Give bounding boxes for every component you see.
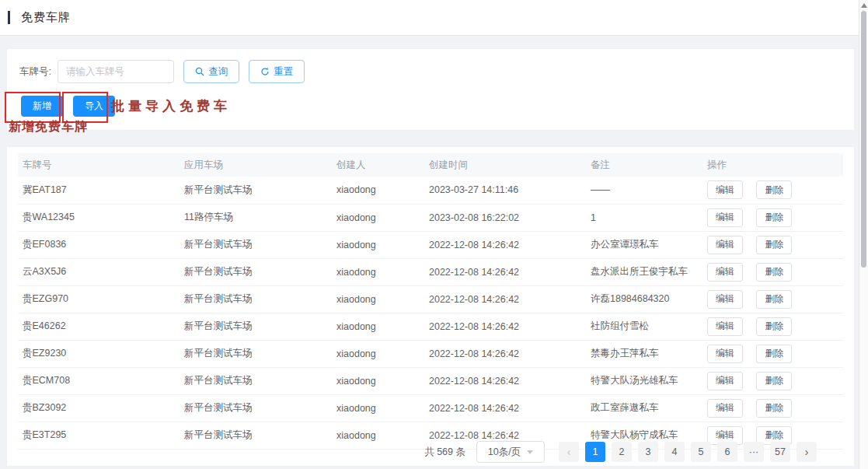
- cell-creator: xiaodong: [333, 231, 426, 258]
- edit-button[interactable]: 编辑: [707, 236, 743, 254]
- cell-created: 2022-12-08 14:26:42: [426, 313, 587, 340]
- table-header-row: 车牌号 应用车场 创建人 创建时间 备注 操作: [18, 153, 843, 177]
- cell-creator: xiaodong: [333, 177, 426, 204]
- table-row: 贵EZ9230 新平台测试车场 xiaodong 2022-12-08 14:2…: [18, 340, 843, 367]
- edit-button[interactable]: 编辑: [707, 290, 743, 309]
- cell-plate: 贵BZ3092: [18, 394, 181, 422]
- cell-created: 2022-12-08 14:26:42: [426, 394, 587, 422]
- vertical-scrollbar[interactable]: [859, 0, 868, 469]
- cell-actions: 编辑 删除: [704, 340, 843, 367]
- cell-created: 2022-12-08 14:26:42: [426, 285, 587, 313]
- edit-button[interactable]: 编辑: [707, 399, 743, 418]
- prev-page-button[interactable]: ‹: [559, 442, 579, 462]
- page-size-value: 10条/页: [488, 446, 521, 459]
- cell-remark: 特警大队汤光雄私车: [587, 367, 704, 394]
- delete-button[interactable]: 删除: [756, 180, 792, 199]
- scrollbar-thumb[interactable]: [861, 11, 866, 268]
- search-panel: 车牌号: 查询 重置 新增 导入 批量导入免费车 新增免费车牌: [6, 48, 855, 131]
- import-button[interactable]: 导入: [73, 96, 115, 117]
- cell-created: 2023-03-27 14:11:46: [426, 177, 587, 204]
- reset-button-label: 重置: [274, 65, 293, 79]
- column-header-remark: 备注: [587, 153, 704, 177]
- plate-number-label: 车牌号:: [19, 65, 51, 79]
- cell-created: 2022-12-08 14:26:42: [426, 367, 587, 394]
- edit-button[interactable]: 编辑: [707, 345, 743, 363]
- page-size-select[interactable]: 10条/页: [476, 441, 545, 463]
- cell-plate: 贵ECM708: [18, 367, 181, 394]
- cell-creator: xiaodong: [333, 258, 426, 285]
- cell-plate: 贵E46262: [18, 313, 181, 340]
- page-button-57[interactable]: 57: [770, 442, 790, 462]
- pagination: 共 569 条 10条/页 ‹ 123456···57 ›: [424, 441, 820, 463]
- cell-actions: 编辑 删除: [704, 313, 843, 340]
- add-button[interactable]: 新增: [21, 96, 63, 117]
- page-button-5[interactable]: 5: [691, 442, 711, 462]
- page-button-6[interactable]: 6: [717, 442, 737, 462]
- edit-button[interactable]: 编辑: [707, 208, 743, 227]
- cell-creator: xiaodong: [333, 285, 426, 313]
- delete-button[interactable]: 删除: [756, 317, 792, 336]
- cell-creator: xiaodong: [333, 422, 426, 449]
- delete-button[interactable]: 删除: [756, 399, 792, 418]
- cell-creator: xiaodong: [333, 340, 426, 367]
- page-button-2[interactable]: 2: [612, 442, 632, 462]
- cell-plate: 贵E3T295: [18, 422, 181, 449]
- edit-button[interactable]: 编辑: [707, 263, 743, 282]
- cell-creator: xiaodong: [333, 394, 426, 422]
- page-button-3[interactable]: 3: [638, 442, 658, 462]
- table-row: 贵E46262 新平台测试车场 xiaodong 2022-12-08 14:2…: [18, 313, 843, 340]
- table-row: 冀EAT187 新平台测试车场 xiaodong 2023-03-27 14:1…: [18, 177, 843, 204]
- cell-lot: 新平台测试车场: [181, 422, 333, 449]
- table-row: 贵WA12345 11路停车场 xiaodong 2023-02-08 16:2…: [18, 204, 843, 231]
- page-button-1[interactable]: 1: [585, 442, 605, 462]
- cell-remark: ——: [587, 177, 704, 204]
- cell-actions: 编辑 删除: [704, 367, 843, 394]
- cell-lot: 新平台测试车场: [181, 258, 333, 285]
- page-title: 免费车牌: [21, 10, 71, 25]
- column-header-creator: 创建人: [333, 153, 426, 177]
- delete-button[interactable]: 删除: [756, 208, 792, 227]
- delete-button[interactable]: 删除: [756, 372, 792, 390]
- page-ellipsis[interactable]: ···: [744, 442, 764, 462]
- cell-creator: xiaodong: [333, 367, 426, 394]
- scroll-up-arrow-icon[interactable]: [861, 3, 867, 8]
- total-count: 共 569 条: [424, 446, 465, 459]
- cell-remark: 政工室薛遨私车: [587, 394, 704, 422]
- cell-plate: 云A3X5J6: [18, 258, 181, 285]
- cell-actions: 编辑 删除: [704, 258, 843, 285]
- cell-plate: 贵EF0836: [18, 231, 181, 258]
- plates-table: 车牌号 应用车场 创建人 创建时间 备注 操作 冀EAT187 新平台测试车场 …: [18, 153, 843, 450]
- next-page-button[interactable]: ›: [797, 442, 817, 462]
- table-row: 贵BZ3092 新平台测试车场 xiaodong 2022-12-08 14:2…: [18, 394, 843, 422]
- page-list: 123456···57: [582, 442, 793, 462]
- table-panel: 车牌号 应用车场 创建人 创建时间 备注 操作 冀EAT187 新平台测试车场 …: [6, 146, 855, 467]
- table-row: 贵ECM708 新平台测试车场 xiaodong 2022-12-08 14:2…: [18, 367, 843, 394]
- cell-remark: 禁毒办王萍私车: [587, 340, 704, 367]
- cell-actions: 编辑 删除: [704, 285, 843, 313]
- delete-button[interactable]: 删除: [756, 290, 792, 309]
- reset-button[interactable]: 重置: [249, 60, 305, 83]
- delete-button[interactable]: 删除: [756, 345, 792, 363]
- cell-lot: 新平台测试车场: [181, 367, 333, 394]
- cell-lot: 新平台测试车场: [181, 340, 333, 367]
- cell-created: 2023-02-08 16:22:02: [426, 204, 587, 231]
- cell-remark: 盘水派出所王俊宇私车: [587, 258, 704, 285]
- edit-button[interactable]: 编辑: [707, 180, 743, 199]
- cell-creator: xiaodong: [333, 313, 426, 340]
- delete-button[interactable]: 删除: [756, 263, 792, 282]
- plate-number-input[interactable]: [58, 60, 174, 83]
- cell-plate: 贵EZ9230: [18, 340, 181, 367]
- cell-remark: 1: [587, 204, 704, 231]
- delete-button[interactable]: 删除: [756, 236, 792, 254]
- title-accent-bar: [8, 11, 10, 24]
- annotation-add-note: 新增免费车牌: [9, 119, 88, 135]
- cell-created: 2022-12-08 14:26:42: [426, 231, 587, 258]
- edit-button[interactable]: 编辑: [707, 372, 743, 390]
- cell-created: 2022-12-08 14:26:42: [426, 258, 587, 285]
- cell-actions: 编辑 删除: [704, 231, 843, 258]
- cell-lot: 新平台测试车场: [181, 177, 333, 204]
- cell-actions: 编辑 删除: [704, 204, 843, 231]
- edit-button[interactable]: 编辑: [707, 317, 743, 336]
- query-button[interactable]: 查询: [183, 60, 239, 83]
- page-button-4[interactable]: 4: [664, 442, 685, 462]
